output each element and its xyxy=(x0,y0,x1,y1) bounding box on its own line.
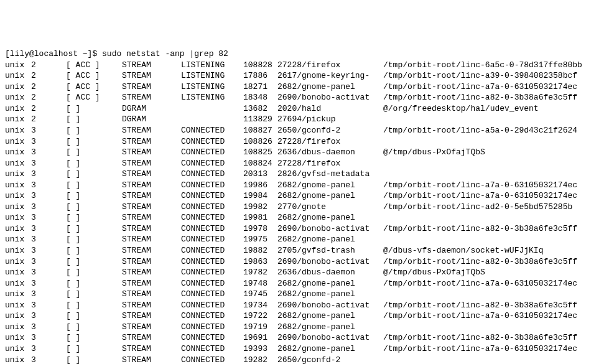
col-program: 2690/bonobo-activat xyxy=(277,300,383,311)
col-type: STREAM xyxy=(122,147,181,158)
col-proto: unix xyxy=(5,103,31,114)
col-state: LISTENING xyxy=(181,92,243,103)
col-proto: unix xyxy=(5,125,31,136)
col-program: 2826/gvfsd-metadata xyxy=(277,169,383,180)
netstat-row: unix3[ ]STREAMCONNECTED197222682/gnome-p… xyxy=(5,310,604,322)
col-refcnt: 3 xyxy=(31,180,66,191)
col-flags: [ ] xyxy=(66,125,122,136)
col-flags: [ ] xyxy=(66,180,122,191)
col-state: CONNECTED xyxy=(181,169,243,180)
col-proto: unix xyxy=(5,300,31,311)
col-flags: [ ] xyxy=(66,310,122,322)
col-state: CONNECTED xyxy=(181,180,243,191)
col-proto: unix xyxy=(5,322,31,333)
col-state: CONNECTED xyxy=(181,322,243,333)
col-flags: [ ] xyxy=(66,355,122,365)
col-program: 2636/dbus-daemon xyxy=(277,267,383,278)
terminal-output[interactable]: [lily@localhost ~]$ sudo netstat -anp |g… xyxy=(5,49,604,364)
col-type: STREAM xyxy=(122,212,181,223)
col-refcnt: 3 xyxy=(31,169,66,180)
col-type: STREAM xyxy=(122,355,181,365)
col-refcnt: 3 xyxy=(31,147,66,158)
col-refcnt: 3 xyxy=(31,158,66,169)
col-inode: 19984 xyxy=(243,190,277,202)
col-path: @/tmp/dbus-PxOfajTQbS xyxy=(383,267,485,278)
col-flags: [ ] xyxy=(66,202,122,213)
col-inode: 19982 xyxy=(243,202,277,213)
col-path: /tmp/orbit-root/linc-a82-0-3b38a6fe3c5ff xyxy=(383,223,577,235)
col-proto: unix xyxy=(5,92,31,103)
col-program: 2636/dbus-daemon xyxy=(277,147,383,158)
col-state: CONNECTED xyxy=(181,202,243,213)
col-inode: 108825 xyxy=(243,147,277,158)
col-state: CONNECTED xyxy=(181,223,243,235)
col-program: 2617/gnome-keyring- xyxy=(277,70,383,82)
col-proto: unix xyxy=(5,310,31,322)
col-path: /tmp/orbit-root/linc-6a5c-0-78d317ffe80b… xyxy=(383,60,582,71)
col-program: 27228/firefox xyxy=(277,60,383,71)
col-program: 2020/hald xyxy=(277,103,383,114)
col-proto: unix xyxy=(5,234,31,245)
col-type: STREAM xyxy=(122,202,181,213)
col-program: 2770/gnote xyxy=(277,202,383,213)
col-type: STREAM xyxy=(122,322,181,333)
netstat-row: unix2[ ACC ]STREAMLISTENING183482690/bon… xyxy=(5,92,604,103)
col-refcnt: 3 xyxy=(31,136,66,147)
col-flags: [ ] xyxy=(66,289,122,300)
col-flags: [ ] xyxy=(66,212,122,223)
col-state: CONNECTED xyxy=(181,190,243,202)
netstat-row: unix3[ ]STREAMCONNECTED199782690/bonobo-… xyxy=(5,223,604,235)
col-state: CONNECTED xyxy=(181,300,243,311)
col-flags: [ ] xyxy=(66,332,122,343)
col-proto: unix xyxy=(5,256,31,268)
col-type: STREAM xyxy=(122,223,181,235)
col-type: STREAM xyxy=(122,310,181,322)
col-flags: [ ] xyxy=(66,267,122,278)
col-refcnt: 3 xyxy=(31,322,66,333)
col-program: 2682/gnome-panel xyxy=(277,190,383,202)
col-type: STREAM xyxy=(122,82,181,93)
col-flags: [ ] xyxy=(66,256,122,268)
col-state: CONNECTED xyxy=(181,343,243,355)
col-refcnt: 3 xyxy=(31,245,66,256)
col-proto: unix xyxy=(5,212,31,223)
col-state: CONNECTED xyxy=(181,158,243,169)
col-refcnt: 3 xyxy=(31,300,66,311)
col-refcnt: 3 xyxy=(31,332,66,343)
col-flags: [ ] xyxy=(66,278,122,289)
col-proto: unix xyxy=(5,169,31,180)
col-flags: [ ACC ] xyxy=(66,70,122,82)
col-proto: unix xyxy=(5,343,31,355)
col-proto: unix xyxy=(5,190,31,202)
col-flags: [ ] xyxy=(66,136,122,147)
col-program: 27694/pickup xyxy=(277,114,383,125)
col-state: LISTENING xyxy=(181,70,243,82)
col-proto: unix xyxy=(5,114,31,125)
col-proto: unix xyxy=(5,158,31,169)
col-type: STREAM xyxy=(122,92,181,103)
col-inode: 19282 xyxy=(243,355,277,365)
col-path: /tmp/orbit-root/linc-a7a-0-63105032174ec xyxy=(383,310,577,322)
col-inode: 19981 xyxy=(243,212,277,223)
col-path: /tmp/orbit-root/linc-a5a-0-29d43c21f2624 xyxy=(383,125,577,136)
col-flags: [ ] xyxy=(66,343,122,355)
col-flags: [ ] xyxy=(66,147,122,158)
col-proto: unix xyxy=(5,223,31,235)
col-inode: 19882 xyxy=(243,245,277,256)
col-inode: 19748 xyxy=(243,278,277,289)
netstat-row: unix3[ ]STREAMCONNECTED197452682/gnome-p… xyxy=(5,289,604,300)
col-program: 2650/gconfd-2 xyxy=(277,355,383,365)
col-type: STREAM xyxy=(122,332,181,343)
col-path: /tmp/orbit-root/linc-a82-0-3b38a6fe3c5ff xyxy=(383,256,577,268)
col-type: STREAM xyxy=(122,245,181,256)
col-path: /tmp/orbit-root/linc-a7a-0-63105032174ec xyxy=(383,278,577,289)
col-proto: unix xyxy=(5,82,31,93)
netstat-row: unix3[ ]STREAMCONNECTED199822770/gnote/t… xyxy=(5,202,604,213)
col-type: STREAM xyxy=(122,343,181,355)
col-inode: 108826 xyxy=(243,136,277,147)
col-path: @/tmp/dbus-PxOfajTQbS xyxy=(383,147,485,158)
col-inode: 108827 xyxy=(243,125,277,136)
col-refcnt: 2 xyxy=(31,60,66,71)
col-inode: 13682 xyxy=(243,103,277,114)
col-flags: [ ] xyxy=(66,300,122,311)
